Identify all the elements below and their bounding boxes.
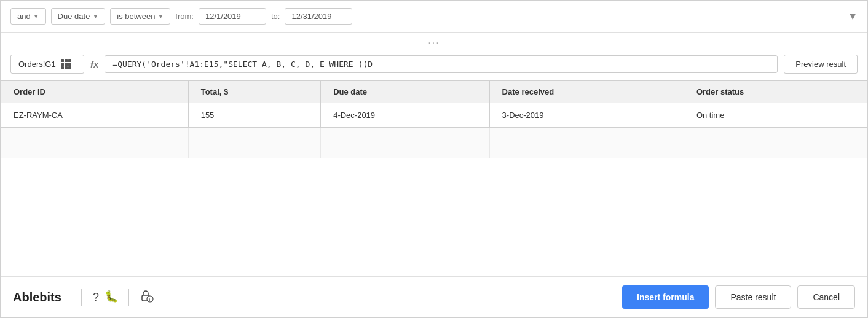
field-arrow-icon: ▼ — [92, 13, 98, 20]
field-select[interactable]: Due date ▼ — [51, 8, 106, 25]
table-cell: EZ-RAYM-CA — [1, 103, 189, 128]
condition-arrow-icon: ▼ — [33, 13, 39, 20]
preview-result-button[interactable]: Preview result — [784, 55, 858, 74]
col-order-id: Order ID — [1, 81, 189, 103]
table-row: EZ-RAYM-CA1554-Dec-20193-Dec-2019On time — [1, 103, 867, 128]
bug-icon: 🐛 — [104, 289, 117, 303]
col-date-received: Date received — [489, 81, 684, 103]
to-date-input[interactable]: 12/31/2019 — [285, 8, 352, 25]
paste-result-button[interactable]: Paste result — [715, 285, 791, 309]
info-button[interactable]: i — [138, 289, 156, 306]
bug-button[interactable]: 🐛 — [101, 289, 120, 306]
table-cell: 4-Dec-2019 — [321, 103, 489, 128]
operator-select[interactable]: is between ▼ — [110, 8, 170, 25]
fx-label: fx — [90, 59, 98, 69]
divider — [81, 289, 82, 306]
condition-label: and — [17, 12, 31, 21]
empty-row — [1, 128, 867, 158]
cancel-button[interactable]: Cancel — [797, 285, 855, 309]
divider2 — [128, 289, 129, 306]
bottom-bar: Ablebits ? 🐛 i Insert formula Paste resu… — [1, 277, 867, 317]
main-container: and ▼ Due date ▼ is between ▼ from: 12/1… — [0, 0, 868, 318]
cell-reference-box[interactable]: Orders!G1 — [10, 55, 84, 74]
dots-separator: ... — [1, 33, 867, 48]
svg-text:🐛: 🐛 — [105, 290, 117, 303]
operator-arrow-icon: ▼ — [157, 13, 164, 20]
cell-ref-text: Orders!G1 — [18, 60, 56, 69]
condition-select[interactable]: and ▼ — [10, 8, 46, 25]
col-order-status: Order status — [684, 81, 867, 103]
lock-info-icon: i — [140, 289, 154, 303]
formula-input[interactable] — [105, 55, 778, 73]
col-total: Total, $ — [188, 81, 321, 103]
expand-icon[interactable]: ▼ — [848, 11, 858, 22]
operator-label: is between — [117, 12, 155, 21]
svg-text:i: i — [149, 297, 150, 303]
table-cell: On time — [684, 103, 867, 128]
filter-bar: and ▼ Due date ▼ is between ▼ from: 12/1… — [1, 1, 867, 33]
table-header-row: Order ID Total, $ Due date Date received… — [1, 81, 867, 103]
result-table-container: Order ID Total, $ Due date Date received… — [1, 80, 867, 277]
insert-formula-button[interactable]: Insert formula — [622, 285, 709, 309]
grid-icon — [61, 59, 71, 69]
col-due-date: Due date — [321, 81, 489, 103]
bottom-actions: Insert formula Paste result Cancel — [622, 285, 855, 309]
from-label: from: — [175, 12, 194, 21]
brand-logo: Ablebits — [13, 290, 61, 304]
formula-bar: Orders!G1 fx Preview result — [1, 48, 867, 80]
to-label: to: — [271, 12, 280, 21]
from-date-input[interactable]: 12/1/2019 — [199, 8, 266, 25]
field-label: Due date — [58, 12, 90, 21]
result-table: Order ID Total, $ Due date Date received… — [1, 80, 867, 158]
table-cell: 155 — [188, 103, 321, 128]
help-button[interactable]: ? — [90, 291, 101, 304]
table-cell: 3-Dec-2019 — [489, 103, 684, 128]
